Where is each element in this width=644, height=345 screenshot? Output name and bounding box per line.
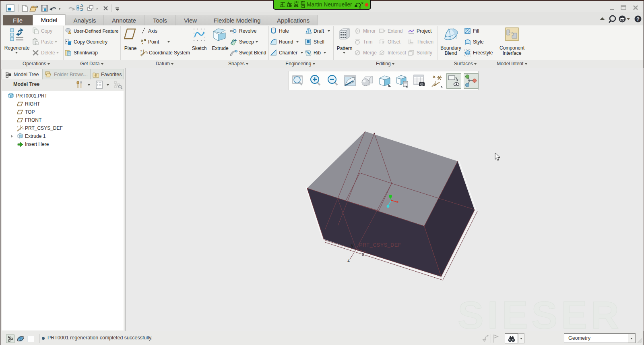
- svg-text:x: x: [23, 127, 24, 130]
- svg-text:y: y: [17, 125, 19, 127]
- svg-text:y: y: [140, 49, 142, 52]
- svg-text:z: z: [140, 54, 142, 56]
- svg-text:?: ?: [636, 16, 640, 22]
- svg-text:x: x: [362, 251, 364, 257]
- svg-text:Martin Neumueller ...: Martin Neumueller ...: [307, 2, 358, 8]
- svg-text:z: z: [347, 257, 350, 263]
- svg-text:z: z: [17, 129, 19, 132]
- svg-text:y: y: [351, 243, 353, 248]
- svg-text:PRT_CSYS_DEF: PRT_CSYS_DEF: [359, 242, 401, 248]
- svg-text:x: x: [147, 52, 148, 54]
